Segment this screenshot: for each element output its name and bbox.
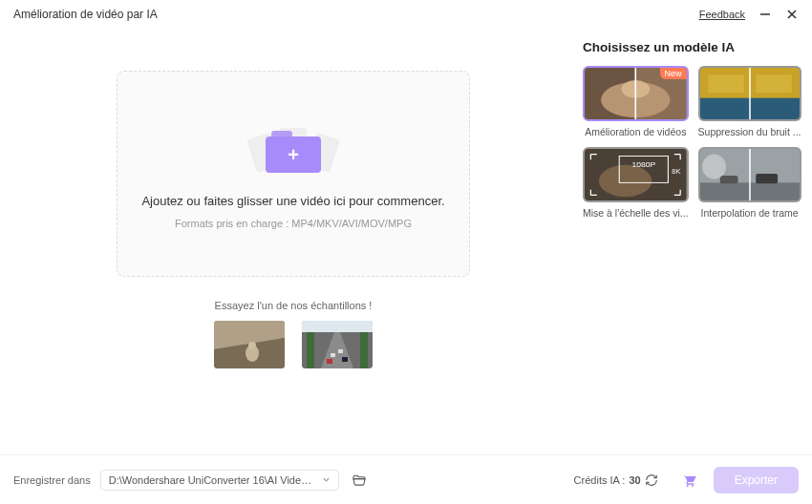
dropzone-formats: Formats pris en charge : MP4/MKV/AVI/MOV… [175, 218, 412, 229]
svg-point-38 [686, 485, 688, 487]
refresh-icon[interactable] [645, 473, 658, 487]
close-icon[interactable] [785, 8, 799, 21]
svg-point-39 [692, 485, 694, 487]
model-frame-interpolation[interactable]: Interpolation de trame [698, 147, 801, 219]
folder-plus-icon: + [246, 119, 341, 184]
save-path-text: D:\Wondershare UniConverter 16\AI Video … [109, 474, 316, 486]
sample-thumb-1[interactable] [214, 321, 285, 368]
svg-rect-25 [756, 74, 791, 93]
dropzone-title: Ajoutez ou faites glisser une vidéo ici … [141, 194, 444, 208]
video-dropzone[interactable]: + Ajoutez ou faites glisser une vidéo ic… [117, 71, 470, 277]
save-path-select[interactable]: D:\Wondershare UniConverter 16\AI Video … [100, 470, 339, 491]
right-panel: Choisissez un modèle IA New Amélioration… [583, 36, 799, 454]
footer: Enregistrer dans D:\Wondershare UniConve… [0, 454, 812, 504]
model-upscale[interactable]: 1080P 8K Mise à l'échelle des vi... [583, 147, 689, 219]
open-folder-icon[interactable] [349, 470, 370, 491]
model-enhance-video[interactable]: New Amélioration de vidéos [583, 66, 689, 137]
feedback-link[interactable]: Feedback [699, 9, 745, 20]
svg-rect-11 [307, 332, 314, 368]
save-to-label: Enregistrer dans [13, 474, 91, 486]
model-noise-suppression[interactable]: Suppression du bruit ... [698, 66, 801, 137]
svg-rect-12 [360, 332, 368, 368]
svg-point-36 [702, 155, 726, 179]
credits-label: Crédits IA : [574, 474, 626, 486]
chevron-down-icon [322, 474, 331, 486]
svg-rect-34 [756, 174, 778, 183]
credits-value: 30 [629, 474, 640, 486]
header-controls: Feedback [699, 8, 799, 21]
sample-thumb-2[interactable] [302, 321, 373, 368]
main-content: + Ajoutez ou faites glisser une vidéo ic… [0, 27, 812, 454]
svg-rect-16 [342, 357, 348, 362]
credits-display: Crédits IA :30 [574, 473, 658, 487]
cart-icon[interactable] [681, 472, 696, 488]
models-grid: New Amélioration de vidéos Suppression d… [583, 66, 799, 219]
svg-point-7 [248, 342, 256, 349]
model-label: Interpolation de trame [698, 207, 801, 219]
badge-new: New [660, 68, 687, 79]
model-label: Mise à l'échelle des vi... [583, 207, 689, 219]
samples-label: Essayez l'un de nos échantillons ! [215, 300, 373, 311]
header: Amélioration de vidéo par IA Feedback [0, 0, 812, 27]
svg-text:8K: 8K [672, 168, 680, 175]
window-title: Amélioration de vidéo par IA [13, 8, 158, 21]
svg-rect-8 [302, 321, 373, 332]
svg-rect-15 [327, 359, 332, 364]
model-label: Amélioration de vidéos [583, 126, 689, 137]
svg-rect-13 [331, 353, 335, 357]
svg-text:1080P: 1080P [631, 160, 655, 168]
svg-rect-14 [338, 349, 343, 353]
export-button[interactable]: Exporter [714, 467, 799, 494]
samples-row [214, 321, 373, 368]
minimize-icon[interactable] [759, 8, 772, 21]
svg-rect-24 [708, 74, 743, 93]
svg-point-28 [599, 165, 652, 198]
svg-rect-35 [719, 176, 737, 183]
model-label: Suppression du bruit ... [698, 126, 801, 137]
models-title: Choisissez un modèle IA [583, 40, 799, 54]
left-panel: + Ajoutez ou faites glisser une vidéo ic… [13, 36, 573, 454]
